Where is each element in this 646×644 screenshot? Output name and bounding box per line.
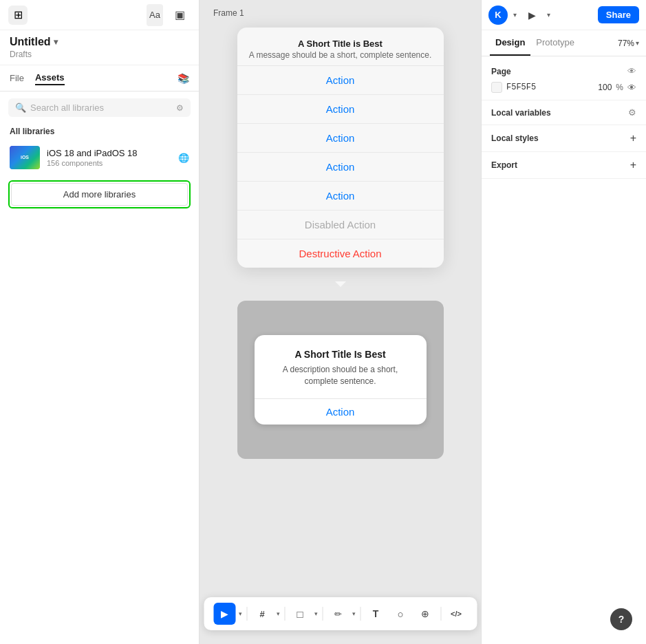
text-tool[interactable]: T [365, 603, 387, 625]
tab-file[interactable]: File [10, 72, 24, 85]
frame-chevron[interactable]: ▾ [277, 610, 280, 617]
search-icon: 🔍 [15, 103, 26, 113]
library-item[interactable]: iOS iOS 18 and iPadOS 18 156 components … [0, 140, 199, 175]
globe-icon: 🌐 [178, 153, 189, 163]
action-sheet-title: A Short Title is Best [248, 39, 433, 49]
right-top-bar: K ▾ ▶ ▾ Share [482, 0, 646, 30]
action-sheet-message: A message should be a short, complete se… [248, 50, 433, 60]
tab-assets[interactable]: Assets [35, 71, 65, 85]
alert-wrapper: A Short Title Is Best A description shou… [237, 301, 444, 459]
design-tabs: Design Prototype [482, 30, 618, 56]
tab-prototype[interactable]: Prototype [530, 30, 580, 56]
file-title-chevron: ▾ [54, 37, 58, 47]
action-item-5[interactable]: Action [237, 182, 444, 211]
ellipse-tool[interactable]: ○ [389, 603, 411, 625]
action-sheet-header: A Short Title is Best A message should b… [237, 28, 444, 66]
select-chevron[interactable]: ▾ [239, 610, 242, 617]
alert-action-button[interactable]: Action [255, 398, 427, 425]
action-item-2[interactable]: Action [237, 95, 444, 124]
pen-tool[interactable]: ✏ [327, 603, 349, 625]
code-tool[interactable]: </> [445, 603, 467, 625]
add-libraries-button[interactable]: Add more libraries [11, 183, 188, 206]
page-visibility-icon[interactable]: 👁 [627, 83, 636, 93]
local-variables-section[interactable]: Local variables ⚙ [482, 100, 646, 125]
frame-tool[interactable]: # [251, 603, 273, 625]
library-thumbnail: iOS [10, 146, 40, 169]
all-libraries-label: All libraries [0, 124, 199, 140]
export-plus-icon[interactable]: + [630, 159, 636, 171]
zoom-control[interactable]: 77% ▾ [618, 39, 646, 48]
page-color-swatch[interactable] [491, 82, 502, 93]
action-item-4[interactable]: Action [237, 153, 444, 182]
canvas-content: A Short Title is Best A message should b… [200, 28, 481, 459]
separator-3 [322, 607, 323, 621]
right-panel: K ▾ ▶ ▾ Share Design Prototype 77% ▾ Pag… [481, 0, 646, 644]
center-canvas: Frame 1 A Short Title is Best A message … [200, 0, 481, 644]
text-size-icon[interactable]: Aa [147, 4, 163, 26]
alert-box: A Short Title Is Best A description shou… [255, 335, 427, 425]
file-subtitle: Drafts [10, 50, 189, 59]
local-styles-section[interactable]: Local styles + [482, 125, 646, 152]
page-label: Page [491, 67, 627, 76]
page-opacity-value[interactable]: 100 [598, 83, 612, 92]
local-variables-icon[interactable]: ⚙ [628, 107, 636, 118]
add-libraries-button-wrap: Add more libraries [8, 180, 191, 208]
filter-icon[interactable]: ⚙ [176, 103, 184, 113]
book-icon[interactable]: 📚 [177, 73, 189, 84]
export-label: Export [491, 160, 630, 170]
left-panel: ⊞ Aa ▣ Untitled ▾ Drafts File Assets 📚 🔍… [0, 0, 200, 644]
library-info: iOS 18 and iPadOS 18 156 components [47, 148, 171, 167]
local-styles-plus-icon[interactable]: + [630, 132, 636, 144]
action-sheet-arrow [335, 281, 346, 287]
tab-design[interactable]: Design [490, 30, 530, 56]
zoom-chevron: ▾ [636, 39, 639, 47]
page-color-row: F5F5F5 100 % 👁 [491, 82, 636, 93]
share-button[interactable]: Share [598, 6, 639, 23]
layout-icon[interactable]: ▣ [169, 4, 191, 26]
page-eye-icon[interactable]: 👁 [627, 66, 636, 76]
separator-4 [360, 607, 360, 621]
local-variables-label: Local variables [491, 108, 628, 118]
pen-chevron[interactable]: ▾ [352, 610, 356, 617]
search-bar: 🔍 ⚙ [8, 98, 191, 117]
zoom-value: 77% [618, 39, 634, 48]
action-item-destructive[interactable]: Destructive Action [237, 239, 444, 268]
alert-body: A Short Title Is Best A description shou… [255, 335, 427, 398]
action-item-disabled: Disabled Action [237, 211, 444, 239]
help-button[interactable]: ? [610, 608, 632, 630]
action-sheet-top: A Short Title is Best A message should b… [237, 28, 444, 268]
play-chevron[interactable]: ▾ [547, 11, 550, 19]
separator-5 [440, 607, 441, 621]
top-bar: ⊞ Aa ▣ [0, 0, 199, 30]
file-title-area: Untitled ▾ Drafts [0, 30, 199, 65]
library-name: iOS 18 and iPadOS 18 [47, 148, 171, 158]
search-input[interactable] [30, 103, 172, 113]
library-count: 156 components [47, 159, 171, 167]
shape-chevron[interactable]: ▾ [314, 610, 318, 617]
alert-title: A Short Title Is Best [266, 349, 416, 360]
play-button[interactable]: ▶ [522, 6, 541, 25]
page-section: Page 👁 F5F5F5 100 % 👁 [482, 56, 646, 100]
local-styles-label: Local styles [491, 133, 630, 143]
bottom-toolbar: ▶ ▾ # ▾ □ ▾ ✏ ▾ T ○ ⊕ </> [204, 597, 477, 630]
select-tool[interactable]: ▶ [213, 603, 235, 625]
page-color-value[interactable]: F5F5F5 [506, 83, 594, 92]
shape-tool[interactable]: □ [289, 603, 311, 625]
action-item-1[interactable]: Action [237, 66, 444, 95]
page-label-row: Page 👁 [491, 63, 636, 79]
separator-2 [284, 607, 285, 621]
tab-bar: File Assets 📚 [0, 65, 199, 92]
alert-message: A description should be a short, complet… [266, 364, 416, 387]
action-item-3[interactable]: Action [237, 124, 444, 153]
frame-label: Frame 1 [213, 8, 244, 18]
export-section[interactable]: Export + [482, 152, 646, 179]
user-avatar[interactable]: K [488, 6, 508, 25]
user-chevron[interactable]: ▾ [513, 11, 517, 19]
page-percent-sign: % [616, 83, 623, 92]
separator-1 [246, 607, 247, 621]
file-title[interactable]: Untitled ▾ [10, 36, 189, 48]
figma-menu-icon[interactable]: ⊞ [8, 6, 28, 25]
components-tool[interactable]: ⊕ [414, 603, 436, 625]
